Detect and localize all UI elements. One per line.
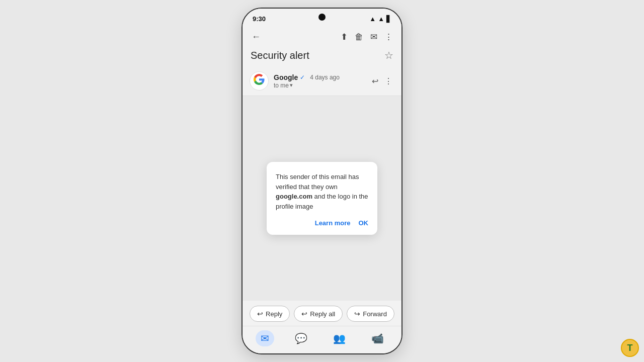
google-g-logo bbox=[254, 74, 265, 88]
camera-notch bbox=[318, 14, 326, 21]
signal-icon: ▲ bbox=[369, 15, 376, 23]
ok-button[interactable]: OK bbox=[359, 218, 369, 228]
dialog-actions: Learn more OK bbox=[276, 218, 368, 228]
spaces-nav-icon: 👥 bbox=[333, 332, 346, 344]
mail-nav-icon: ✉ bbox=[261, 332, 269, 344]
sender-info: Google ✓ 4 days ago to me ▾ bbox=[274, 73, 365, 89]
more-options-button[interactable]: ⋮ bbox=[381, 30, 396, 44]
sender-time: 4 days ago bbox=[310, 74, 340, 81]
wifi-icon: ▲ bbox=[378, 15, 384, 23]
email-more-button[interactable]: ⋮ bbox=[382, 74, 394, 88]
dialog-text: This sender of this email has verified t… bbox=[276, 172, 368, 211]
dialog-domain: google.com bbox=[276, 193, 312, 200]
email-body: Google ✓ 4 days ago to me ▾ ↩ ⋮ This sen… bbox=[243, 66, 401, 301]
back-button[interactable]: ← bbox=[248, 30, 265, 44]
email-subject: Security alert bbox=[251, 50, 309, 61]
nav-spaces[interactable]: 👥 bbox=[328, 330, 351, 346]
bottom-action-bar: ↩ Reply ↩ Reply all ↪ Forward bbox=[243, 301, 401, 326]
nav-mail[interactable]: ✉ bbox=[256, 330, 274, 346]
phone-frame: 9:30 ▲ ▲ ▋ ← ⬆ 🗑 ✉ ⋮ Security alert ☆ bbox=[242, 8, 403, 354]
meet-nav-icon: 📹 bbox=[371, 332, 384, 344]
sender-row: Google ✓ 4 days ago to me ▾ ↩ ⋮ bbox=[243, 66, 401, 96]
verification-dialog: This sender of this email has verified t… bbox=[267, 162, 377, 235]
bottom-nav: ✉ 💬 👥 📹 bbox=[243, 326, 401, 353]
reply-button[interactable]: ↩ Reply bbox=[250, 306, 290, 322]
reply-all-pill-icon: ↩ bbox=[301, 310, 307, 318]
email-title-row: Security alert ☆ bbox=[243, 47, 401, 66]
forward-button[interactable]: ↪ Forward bbox=[347, 306, 394, 322]
reply-pill-icon: ↩ bbox=[257, 310, 263, 318]
delete-button[interactable]: 🗑 bbox=[351, 30, 367, 44]
battery-icon: ▋ bbox=[386, 15, 391, 23]
reply-icon-button[interactable]: ↩ bbox=[370, 74, 380, 88]
nav-chat[interactable]: 💬 bbox=[290, 330, 312, 346]
label-button[interactable]: ✉ bbox=[367, 30, 381, 44]
nav-meet[interactable]: 📹 bbox=[366, 330, 389, 346]
chat-nav-icon: 💬 bbox=[295, 332, 307, 344]
sender-to: to me ▾ bbox=[274, 82, 365, 89]
reply-all-label: Reply all bbox=[310, 310, 335, 318]
sender-name: Google bbox=[274, 73, 298, 81]
watermark-logo: T bbox=[621, 339, 639, 357]
learn-more-button[interactable]: Learn more bbox=[315, 218, 351, 228]
forward-label: Forward bbox=[363, 310, 387, 318]
status-time: 9:30 bbox=[253, 15, 266, 23]
email-content-area: This sender of this email has verified t… bbox=[243, 96, 401, 301]
forward-pill-icon: ↪ bbox=[354, 310, 360, 318]
status-icons: ▲ ▲ ▋ bbox=[369, 15, 391, 23]
dialog-text-before: This sender of this email has verified t… bbox=[276, 173, 359, 191]
reply-label: Reply bbox=[266, 310, 282, 318]
archive-button[interactable]: ⬆ bbox=[337, 30, 351, 44]
app-bar: ← ⬆ 🗑 ✉ ⋮ bbox=[243, 27, 401, 47]
star-button[interactable]: ☆ bbox=[384, 49, 393, 61]
sender-actions: ↩ ⋮ bbox=[370, 74, 394, 88]
sender-avatar bbox=[250, 71, 269, 90]
verified-badge: ✓ bbox=[300, 74, 305, 81]
reply-all-button[interactable]: ↩ Reply all bbox=[294, 306, 343, 322]
